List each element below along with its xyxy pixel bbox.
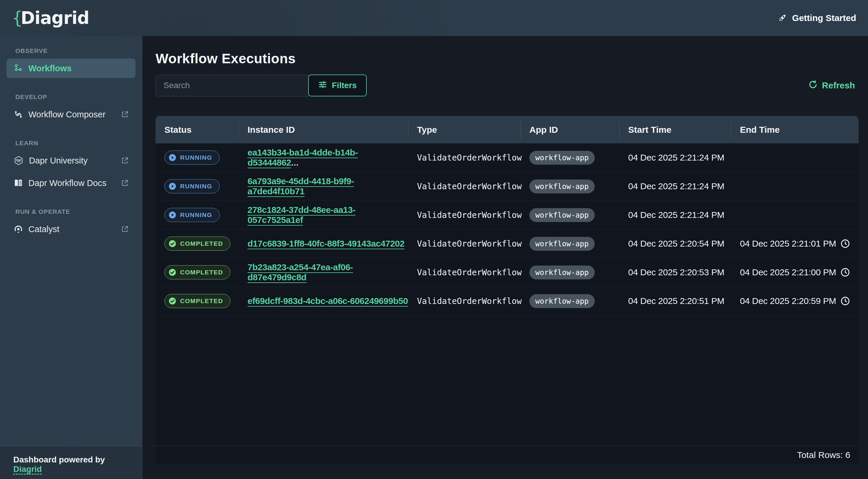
- table-row: COMPLETED 7b23a823-a254-47ea-af06-d87e47…: [156, 258, 859, 287]
- diagrid-footer-link[interactable]: Diagrid: [13, 465, 42, 474]
- column-header-type: Type: [408, 116, 521, 143]
- play-circle-icon: [168, 182, 177, 190]
- sidebar-item-dapr-university[interactable]: dapr Dapr University: [6, 151, 135, 170]
- topbar: { Diagrid Getting Started: [0, 0, 868, 36]
- status-badge-completed: COMPLETED: [164, 294, 230, 308]
- column-header-start-time: Start Time: [619, 116, 731, 143]
- section-label-develop: DEVELOP: [6, 93, 135, 100]
- table-controls: Filters Refresh: [156, 74, 859, 96]
- svg-text:dapr: dapr: [16, 158, 22, 161]
- status-cell: COMPLETED: [156, 294, 239, 308]
- sidebar-item-catalyst[interactable]: Catalyst: [6, 219, 135, 239]
- filters-label: Filters: [332, 81, 356, 90]
- app-id-cell: workflow-app: [521, 151, 619, 165]
- play-circle-icon: [168, 211, 177, 219]
- type-cell: ValidateOrderWorkflow: [408, 296, 521, 306]
- rocket-icon: [777, 13, 787, 23]
- sidebar-section-run-operate: RUN & OPERATE Catalyst: [6, 208, 135, 242]
- workflow-executions-table: Status Instance ID Type App ID Start Tim…: [156, 116, 859, 464]
- start-time-cell: 04 Dec 2025 2:20:53 PM: [619, 267, 731, 277]
- instance-id-link[interactable]: ef69dcff-983d-4cbc-a06c-606249699b50: [248, 296, 408, 306]
- app-id-badge: workflow-app: [529, 180, 595, 193]
- start-time-cell: 04 Dec 2025 2:21:24 PM: [619, 153, 731, 163]
- section-label-observe: OBSERVE: [6, 47, 135, 55]
- sidebar: OBSERVE Workflows DEVELOP: [0, 36, 142, 479]
- instance-id-cell: 7b23a823-a254-47ea-af06-d87e479d9c8d: [239, 262, 408, 282]
- sidebar-item-dapr-workflow-docs[interactable]: Dapr Workflow Docs: [6, 173, 135, 193]
- instance-id-link[interactable]: 278c1824-37dd-48ee-aa13-057c7525a1ef: [248, 205, 355, 225]
- refresh-button[interactable]: Refresh: [808, 80, 855, 91]
- instance-id-cell: 6a793a9e-45dd-4418-b9f9-a7ded4f10b71: [239, 176, 408, 196]
- table-row: COMPLETED d17c6839-1ff8-40fc-88f3-49143a…: [156, 229, 859, 258]
- book-icon: [13, 178, 23, 188]
- table-row: RUNNING ea143b34-ba1d-4dde-b14b-d5344486…: [156, 143, 859, 172]
- instance-id-link[interactable]: ea143b34-ba1d-4dde-b14b-d53444862: [248, 148, 358, 167]
- instance-id-link[interactable]: d17c6839-1ff8-40fc-88f3-49143ac47202: [248, 238, 405, 248]
- sidebar-item-label: Catalyst: [28, 224, 59, 234]
- app-id-cell: workflow-app: [521, 180, 619, 193]
- section-label-learn: LEARN: [6, 139, 135, 147]
- instance-id-cell: ef69dcff-983d-4cbc-a06c-606249699b50: [239, 296, 408, 306]
- status-badge-running: RUNNING: [164, 151, 220, 165]
- sidebar-section-observe: OBSERVE Workflows: [6, 47, 135, 81]
- sidebar-section-develop: DEVELOP Workflow Composer: [6, 93, 135, 127]
- app-id-badge: workflow-app: [529, 208, 595, 222]
- filters-icon: [318, 80, 327, 91]
- type-cell: ValidateOrderWorkflow: [408, 210, 521, 220]
- status-badge-completed: COMPLETED: [164, 236, 230, 251]
- app-id-badge: workflow-app: [529, 294, 595, 308]
- getting-started-button[interactable]: Getting Started: [777, 13, 856, 23]
- table-row: RUNNING 6a793a9e-45dd-4418-b9f9-a7ded4f1…: [156, 172, 859, 201]
- app-id-cell: workflow-app: [521, 294, 619, 308]
- sidebar-item-label: Dapr University: [29, 156, 88, 166]
- status-cell: RUNNING: [156, 208, 239, 222]
- table-header-row: Status Instance ID Type App ID Start Tim…: [156, 116, 859, 143]
- check-circle-icon: [168, 268, 177, 277]
- app-id-badge: workflow-app: [529, 237, 595, 251]
- sidebar-item-workflow-composer[interactable]: Workflow Composer: [6, 105, 135, 124]
- check-circle-icon: [168, 297, 177, 305]
- search-input[interactable]: [156, 75, 311, 96]
- play-circle-icon: [168, 154, 177, 162]
- filters-button[interactable]: Filters: [308, 74, 367, 96]
- app-id-badge: workflow-app: [529, 151, 595, 165]
- diagrid-logo[interactable]: { Diagrid: [12, 8, 89, 28]
- column-header-app-id: App ID: [521, 116, 619, 143]
- sidebar-item-label: Workflows: [28, 64, 71, 73]
- sidebar-item-workflows[interactable]: Workflows: [6, 59, 135, 78]
- refresh-label: Refresh: [822, 81, 855, 91]
- app-id-cell: workflow-app: [521, 237, 619, 251]
- sidebar-item-label: Workflow Composer: [28, 110, 105, 120]
- start-time-cell: 04 Dec 2025 2:20:54 PM: [619, 238, 731, 249]
- workflow-icon: [13, 64, 23, 73]
- table-empty-area: [156, 316, 859, 446]
- type-cell: ValidateOrderWorkflow: [408, 267, 521, 277]
- sidebar-footer: Dashboard powered by Diagrid: [0, 446, 142, 479]
- status-cell: RUNNING: [156, 151, 239, 165]
- start-time-cell: 04 Dec 2025 2:21:24 PM: [619, 210, 731, 220]
- instance-id-link[interactable]: 6a793a9e-45dd-4418-b9f9-a7ded4f10b71: [248, 176, 354, 196]
- powered-by-text: Dashboard powered by: [13, 455, 105, 464]
- app-id-cell: workflow-app: [521, 265, 619, 280]
- start-time-cell: 04 Dec 2025 2:21:24 PM: [619, 181, 731, 191]
- end-time-cell: 04 Dec 2025 2:21:01 PM: [731, 238, 859, 249]
- check-circle-icon: [168, 240, 177, 248]
- clock-icon: [840, 267, 850, 277]
- column-header-status: Status: [156, 116, 239, 143]
- status-badge-running: RUNNING: [164, 179, 220, 193]
- column-header-end-time: End Time: [731, 116, 859, 143]
- sidebar-section-learn: LEARN dapr Dapr University: [6, 139, 135, 196]
- clock-icon: [840, 238, 850, 249]
- section-label-run-operate: RUN & OPERATE: [6, 208, 135, 215]
- external-link-icon: [121, 156, 129, 165]
- status-cell: COMPLETED: [156, 265, 239, 280]
- table-row: RUNNING 278c1824-37dd-48ee-aa13-057c7525…: [156, 201, 859, 229]
- instance-id-cell: 278c1824-37dd-48ee-aa13-057c7525a1ef: [239, 205, 408, 225]
- status-badge-completed: COMPLETED: [164, 265, 230, 280]
- main-content: Workflow Executions Filters: [142, 36, 868, 479]
- instance-id-link[interactable]: 7b23a823-a254-47ea-af06-d87e479d9c8d: [248, 262, 353, 282]
- end-time-cell: 04 Dec 2025 2:20:59 PM: [731, 296, 859, 306]
- start-time-cell: 04 Dec 2025 2:20:51 PM: [619, 296, 731, 306]
- status-badge-running: RUNNING: [164, 208, 220, 222]
- catalyst-icon: [13, 224, 23, 234]
